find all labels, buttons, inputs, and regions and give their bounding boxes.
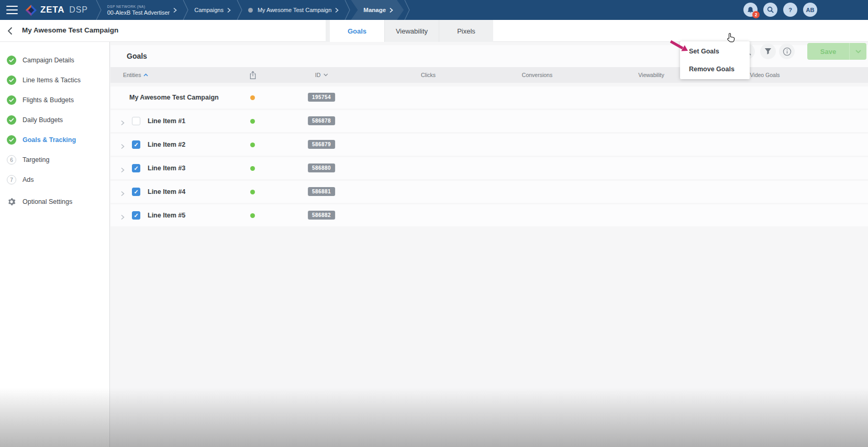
row-checkbox-checked[interactable]: ✓ (132, 140, 140, 149)
breadcrumb-item-campaigns[interactable]: Campaigns (189, 0, 236, 20)
row-id-badge: 586880 (308, 163, 335, 172)
sidebar-item-label: Optional Settings (23, 198, 72, 205)
expand-chevron-icon[interactable] (121, 189, 125, 199)
breadcrumb: DSP NETWORK (NA)00-AlexB Test Advertiser… (95, 0, 411, 20)
table-body: My Awesome Test Campaign195754Line Item … (110, 86, 868, 228)
breadcrumb-label: Campaigns (194, 7, 224, 13)
column-header-viewability[interactable]: Viewability (638, 67, 664, 83)
topbar-actions: 2 ? AB (743, 3, 817, 17)
tab-viewability[interactable]: Viewability (384, 20, 439, 42)
sidebar-item-flights-budgets[interactable]: Flights & Budgets (0, 90, 109, 110)
breadcrumb-text: My Awesome Test Campaign (258, 7, 331, 13)
expand-chevron-icon[interactable] (121, 142, 125, 151)
column-header-video-goals[interactable]: Video Goals (750, 67, 780, 83)
step-number-badge: 6 (7, 155, 16, 165)
sidebar-item-line-items-tactics[interactable]: Line Items & Tactics (0, 70, 109, 90)
notifications-button[interactable]: 2 (743, 3, 758, 17)
sidebar-item-targeting[interactable]: 6Targeting (0, 150, 109, 170)
table-row: Line Item #1586878 (110, 110, 868, 132)
page-header: My Awesome Test Campaign GoalsViewabilit… (0, 20, 868, 42)
row-id-badge: 586882 (308, 211, 335, 220)
info-icon (783, 47, 792, 56)
breadcrumb-item-my-awesome-test-campaign[interactable]: My Awesome Test Campaign (243, 0, 344, 20)
column-label: ID (315, 72, 321, 78)
expand-chevron-icon[interactable] (121, 166, 125, 175)
column-label: Clicks (421, 72, 436, 78)
save-dropdown-button[interactable] (849, 43, 866, 60)
tab-bar: GoalsViewabilityPixels (326, 20, 493, 42)
page-title: My Awesome Test Campaign (22, 26, 118, 34)
table-row: ✓Line Item #4586881 (110, 181, 868, 203)
table-row: ✓Line Item #3586880 (110, 157, 868, 179)
chevron-right-icon (173, 7, 177, 13)
table-row: ✓Line Item #2586879 (110, 134, 868, 156)
breadcrumb-separator-icon (404, 0, 410, 20)
breadcrumb-label: My Awesome Test Campaign (258, 7, 331, 13)
row-checkbox-checked[interactable]: ✓ (132, 211, 140, 220)
breadcrumb-item-00-alexb-test-advertiser[interactable]: DSP NETWORK (NA)00-AlexB Test Advertiser (102, 0, 183, 20)
row-id-badge: 586879 (308, 140, 335, 149)
expand-chevron-icon[interactable] (121, 213, 125, 222)
brand-dsp: DSP (69, 5, 87, 15)
row-entity-name[interactable]: Line Item #4 (148, 188, 185, 195)
row-checkbox-checked[interactable]: ✓ (132, 164, 140, 172)
breadcrumb-text: Manage (363, 7, 386, 13)
column-header-share[interactable] (249, 67, 257, 83)
topbar: ZETA DSP DSP NETWORK (NA)00-AlexB Test A… (0, 0, 868, 20)
info-button[interactable] (779, 43, 795, 59)
avatar[interactable]: AB (803, 3, 817, 17)
expand-chevron-icon[interactable] (121, 118, 125, 128)
sidebar-item-label: Ads (23, 176, 34, 183)
row-status-dot (250, 143, 255, 147)
chevron-right-icon (390, 7, 393, 13)
brand-zeta: ZETA (40, 5, 64, 15)
tab-goals[interactable]: Goals (330, 20, 384, 42)
column-header-entities[interactable]: Entities (123, 67, 148, 83)
column-header-conversions[interactable]: Conversions (522, 67, 552, 83)
global-search-button[interactable] (763, 3, 777, 17)
row-id-badge: 586881 (308, 187, 335, 196)
breadcrumb-text: DSP NETWORK (NA)00-AlexB Test Advertiser (107, 5, 170, 16)
brand-logo[interactable]: ZETA DSP (25, 4, 88, 16)
row-entity-name[interactable]: My Awesome Test Campaign (129, 94, 219, 101)
sort-desc-icon (323, 73, 328, 77)
tab-pixels[interactable]: Pixels (439, 20, 493, 42)
breadcrumb-eyebrow: DSP NETWORK (NA) (107, 5, 170, 8)
breadcrumb-item-manage[interactable]: Manage (351, 0, 404, 20)
help-button[interactable]: ? (783, 3, 797, 17)
filter-button[interactable] (760, 43, 776, 59)
goals-panel: Goals EntitiesIDClicksConversionsViewabi… (110, 42, 868, 447)
row-status-dot (250, 213, 255, 218)
check-circle-icon (7, 75, 16, 85)
sidebar-item-optional-settings[interactable]: Optional Settings (0, 192, 109, 212)
row-entity-name[interactable]: Line Item #1 (148, 117, 185, 125)
sidebar-item-goals-tracking[interactable]: Goals & Tracking (0, 130, 109, 150)
sidebar-item-label: Daily Budgets (23, 116, 63, 124)
column-label: Conversions (522, 72, 552, 78)
menu-item-set-goals[interactable]: Set Goals (680, 42, 750, 60)
row-checkbox-checked[interactable]: ✓ (132, 188, 140, 196)
row-checkbox-unchecked[interactable] (132, 117, 140, 125)
save-button[interactable]: Save (807, 43, 866, 60)
save-label: Save (807, 48, 849, 56)
sidebar-item-daily-budgets[interactable]: Daily Budgets (0, 110, 109, 130)
row-entity-name[interactable]: Line Item #3 (148, 165, 185, 172)
column-header-clicks[interactable]: Clicks (421, 67, 436, 83)
row-entity-name[interactable]: Line Item #2 (148, 141, 185, 148)
sidebar-item-label: Line Items & Tactics (23, 77, 81, 84)
column-header-id[interactable]: ID (315, 67, 328, 83)
table-row: ✓Line Item #5586882 (110, 204, 868, 226)
section-title: Goals (127, 52, 147, 60)
check-circle-icon (7, 135, 16, 145)
sidebar-item-campaign-details[interactable]: Campaign Details (0, 50, 109, 70)
hamburger-menu-icon[interactable] (6, 6, 18, 14)
row-entity-name[interactable]: Line Item #5 (148, 212, 185, 219)
table-header: EntitiesIDClicksConversionsViewabilityVi… (110, 67, 868, 83)
screen: ZETA DSP DSP NETWORK (NA)00-AlexB Test A… (0, 0, 868, 447)
back-button[interactable] (7, 27, 13, 37)
menu-item-remove-goals[interactable]: Remove Goals (680, 60, 750, 78)
sidebar-item-ads[interactable]: 7Ads (0, 170, 109, 190)
breadcrumb-text: Campaigns (194, 7, 224, 13)
table-row: My Awesome Test Campaign195754 (110, 86, 868, 108)
column-label: Video Goals (750, 72, 780, 78)
